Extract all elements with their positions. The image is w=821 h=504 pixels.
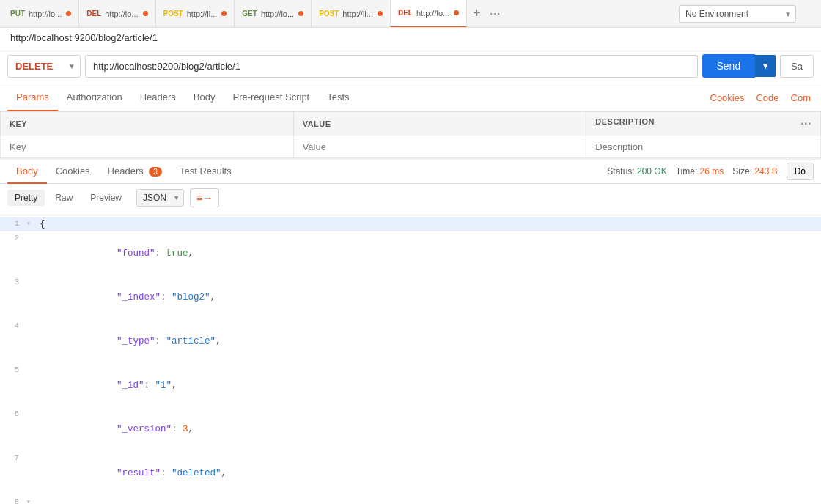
tab-body[interactable]: Body xyxy=(185,84,224,111)
env-selector-wrapper: No Environment ▼ xyxy=(679,5,796,23)
response-tab-body[interactable]: Body xyxy=(7,160,47,184)
request-bar: DELETE GET POST PUT ▼ Send ▼ Sa xyxy=(0,48,821,84)
tab-del1-url: http://lo... xyxy=(105,10,138,18)
line-content-6: "_version": 3, xyxy=(37,407,821,451)
cookies-link[interactable]: Cookies xyxy=(707,85,748,111)
req-tabs-right: Cookies Code Com xyxy=(707,85,814,111)
time-value: 26 ms xyxy=(700,166,724,177)
code-viewer: 1 ▾ { 2 "found": true, 3 "_index": "blog… xyxy=(0,212,821,504)
code-line-7: 7 "result": "deleted", xyxy=(0,451,821,495)
line-num-3: 3 xyxy=(0,275,26,289)
status-value: 200 OK xyxy=(637,166,667,177)
tab-params[interactable]: Params xyxy=(7,84,58,111)
line-content-8: "_shards": { xyxy=(37,495,821,504)
wrap-button[interactable]: ≡→ xyxy=(190,188,219,207)
tab-post1-method: POST xyxy=(163,10,183,18)
line-content-4: "_type": "article", xyxy=(37,319,821,363)
save-button[interactable]: Sa xyxy=(780,55,814,78)
pretty-button[interactable]: Pretty xyxy=(7,190,45,206)
tab-del1-dot xyxy=(143,11,148,16)
send-dropdown-button[interactable]: ▼ xyxy=(755,55,776,77)
code-line-8: 8 ▾ "_shards": { xyxy=(0,495,821,504)
tab-del1-method: DEL xyxy=(86,10,101,18)
env-selector[interactable]: No Environment xyxy=(679,5,796,23)
response-tab-testresults[interactable]: Test Results xyxy=(171,160,240,184)
download-button[interactable]: Do xyxy=(787,163,814,180)
response-tab-headers[interactable]: Headers 3 xyxy=(99,160,171,184)
code-line-2: 2 "found": true, xyxy=(0,231,821,275)
line-num-1: 1 xyxy=(0,217,26,231)
response-meta: Status: 200 OK Time: 26 ms Size: 243 B D… xyxy=(607,163,814,180)
line-content-5: "_id": "1", xyxy=(37,363,821,407)
tab-authorization[interactable]: Authorization xyxy=(58,84,131,111)
tab-get-dot xyxy=(298,11,303,16)
value-cell[interactable] xyxy=(293,136,586,158)
line-num-5: 5 xyxy=(0,363,26,377)
col-value-header: VALUE xyxy=(293,112,586,136)
method-select-wrapper: DELETE GET POST PUT ▼ xyxy=(7,55,81,78)
line-num-2: 2 xyxy=(0,231,26,245)
size-value: 243 B xyxy=(754,166,777,177)
line-content-1: { xyxy=(37,217,821,231)
add-tab-button[interactable]: + xyxy=(470,4,484,23)
tab-put-method: PUT xyxy=(10,10,25,18)
code-line-1: 1 ▾ { xyxy=(0,217,821,231)
code-line-4: 4 "_type": "article", xyxy=(0,319,821,363)
col-desc-header: DESCRIPTION ··· xyxy=(586,112,821,136)
line-content-3: "_index": "blog2", xyxy=(37,275,821,319)
url-display: http://localhost:9200/blog2/article/1 xyxy=(0,28,821,48)
tab-post2-method: POST xyxy=(319,10,339,18)
key-input[interactable] xyxy=(10,141,284,152)
tab-get-url: http://lo... xyxy=(261,10,294,18)
desc-cell[interactable] xyxy=(586,136,821,158)
tab-put[interactable]: PUT http://lo... xyxy=(3,0,79,28)
tab-del2-method: DEL xyxy=(398,9,413,17)
tab-put-url: http://lo... xyxy=(29,10,62,18)
tab-post2[interactable]: POST http://li... xyxy=(312,0,391,28)
tab-headers[interactable]: Headers xyxy=(131,84,185,111)
method-select[interactable]: DELETE GET POST PUT xyxy=(7,55,81,78)
collapse-arrow-1[interactable]: ▾ xyxy=(26,217,37,230)
raw-button[interactable]: Raw xyxy=(48,190,80,206)
json-format-wrapper: JSON XML HTML Text ▼ xyxy=(136,189,184,207)
tab-post1-dot xyxy=(221,11,227,16)
time-label: Time: 26 ms xyxy=(676,166,724,177)
preview-button[interactable]: Preview xyxy=(83,190,129,206)
request-tabs: Params Authorization Headers Body Pre-re… xyxy=(0,84,821,111)
response-tab-cookies[interactable]: Cookies xyxy=(47,160,99,184)
collapse-arrow-8[interactable]: ▾ xyxy=(26,495,37,504)
response-tabs: Body Cookies Headers 3 Test Results Stat… xyxy=(0,160,821,184)
tab-put-dot xyxy=(66,11,71,16)
code-line-5: 5 "_id": "1", xyxy=(0,363,821,407)
tab-prerequest[interactable]: Pre-request Script xyxy=(224,84,318,111)
description-input[interactable] xyxy=(595,141,811,152)
code-line-3: 3 "_index": "blog2", xyxy=(0,275,821,319)
send-button[interactable]: Send xyxy=(702,54,756,78)
tab-del2-dot xyxy=(454,10,459,15)
params-table: KEY VALUE DESCRIPTION ··· xyxy=(0,111,821,158)
more-tabs-button[interactable]: ··· xyxy=(487,4,504,23)
line-content-2: "found": true, xyxy=(37,231,821,275)
line-num-8: 8 xyxy=(0,495,26,504)
com-link[interactable]: Com xyxy=(788,85,814,111)
tab-post1[interactable]: POST http://li... xyxy=(156,0,235,28)
more-options-icon[interactable]: ··· xyxy=(800,117,811,130)
line-num-7: 7 xyxy=(0,451,26,465)
key-cell[interactable] xyxy=(1,136,294,158)
code-link[interactable]: Code xyxy=(753,85,781,111)
url-input[interactable] xyxy=(85,55,698,78)
tab-del1[interactable]: DEL http://lo... xyxy=(79,0,155,28)
value-input[interactable] xyxy=(303,141,578,152)
tab-get[interactable]: GET http://lo... xyxy=(235,0,312,28)
tab-post2-url: http://li... xyxy=(342,10,373,18)
tab-del2[interactable]: DEL http://lo... xyxy=(391,0,467,28)
line-content-7: "result": "deleted", xyxy=(37,451,821,495)
size-label: Size: 243 B xyxy=(732,166,777,177)
response-section: Body Cookies Headers 3 Test Results Stat… xyxy=(0,158,821,504)
tab-tests[interactable]: Tests xyxy=(318,84,358,111)
spacer-2 xyxy=(26,231,37,233)
col-key-header: KEY xyxy=(1,112,294,136)
tab-post1-url: http://li... xyxy=(187,10,218,18)
tab-post2-dot xyxy=(378,11,383,16)
json-format-select[interactable]: JSON XML HTML Text xyxy=(136,189,184,207)
